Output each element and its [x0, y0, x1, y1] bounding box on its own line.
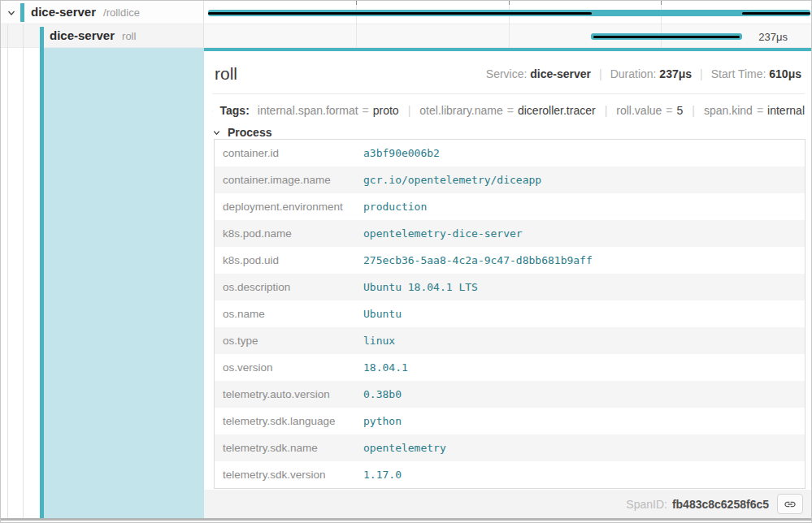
process-key: telemetry.sdk.language — [215, 415, 355, 427]
process-key: os.description — [215, 281, 355, 293]
process-key: telemetry.auto.version — [215, 388, 355, 400]
span-name-cell-rolldice[interactable]: dice-server/rolldice — [1, 1, 204, 24]
service-color-bar — [20, 3, 24, 22]
process-table-row: deployment.environmentproduction — [215, 193, 805, 220]
span-bar-0[interactable] — [208, 10, 810, 16]
process-value: 18.04.1 — [355, 361, 408, 374]
start-time-label: Start Time: — [711, 67, 766, 80]
process-table-row: telemetry.sdk.version1.17.0 — [215, 461, 805, 488]
duration-label: Duration: — [610, 67, 657, 80]
process-table-row: os.nameUbuntu — [215, 300, 805, 327]
process-toggle[interactable]: Process — [212, 124, 271, 140]
tags-label: Tags: — [220, 104, 250, 117]
process-table-row: telemetry.auto.version0.38b0 — [215, 381, 805, 408]
critical-path-overlay — [742, 12, 810, 15]
process-table-row: container.image.namegcr.io/opentelemetry… — [215, 166, 805, 193]
tag-value: diceroller.tracer — [518, 104, 596, 117]
span-detail-panel: roll Service: dice-server|Duration: 237μ… — [204, 48, 812, 518]
chevron-right-icon — [212, 106, 214, 115]
service-name: dice-server — [31, 5, 96, 19]
process-key: k8s.pod.name — [215, 227, 355, 240]
critical-path-overlay — [208, 12, 592, 15]
ruler-tick — [356, 1, 357, 5]
process-table-row: k8s.pod.nameopentelemetry-dice-server — [215, 220, 805, 247]
process-value: 1.17.0 — [355, 469, 402, 481]
service-name: dice-server — [50, 28, 115, 42]
chevron-down-icon — [212, 128, 221, 137]
process-table-row: os.version18.04.1 — [215, 354, 805, 381]
process-value: a3bf90e006b2 — [355, 147, 440, 159]
indent-guide — [23, 24, 24, 518]
tag-key: span.kind — [704, 104, 753, 117]
tag-value: internal — [767, 104, 805, 117]
process-value: production — [355, 201, 427, 213]
process-table-row: container.ida3bf90e006b2 — [215, 140, 805, 166]
link-icon — [784, 498, 797, 511]
divider — [212, 93, 805, 94]
separator: | — [399, 104, 420, 117]
start-time-value: 610μs — [769, 67, 801, 80]
service-label: Service: — [486, 67, 528, 80]
process-value: python — [355, 415, 402, 427]
tags-toggle[interactable]: Tags: internal.span.format=proto|otel.li… — [212, 100, 805, 121]
span-detail-footer: SpanID: fb483c8c6258f6c5 — [204, 490, 812, 518]
separator: | — [591, 67, 610, 80]
process-table-row: os.descriptionUbuntu 18.04.1 LTS — [215, 274, 805, 300]
process-table: container.ida3bf90e006b2container.image.… — [214, 139, 805, 489]
tag-key: otel.library.name — [419, 104, 502, 117]
timeline-gridline — [356, 1, 357, 48]
equals-sign: = — [753, 104, 767, 117]
process-value: 275ecb36-5aa8-4c2a-9c47-d8bb681b9aff — [355, 254, 593, 266]
tags-list: internal.span.format=proto|otel.library.… — [258, 104, 805, 117]
separator: | — [692, 67, 711, 80]
process-key: container.id — [215, 147, 355, 159]
process-value: opentelemetry-dice-server — [355, 227, 523, 240]
timeline-gridline — [661, 1, 662, 48]
service-value: dice-server — [530, 67, 591, 80]
operation-name: /rolldice — [103, 6, 140, 19]
selected-row-highlight — [44, 48, 204, 518]
process-value: linux — [355, 335, 395, 347]
span-name-cell-roll[interactable]: dice-serverroll — [1, 24, 204, 48]
duration-value: 237μs — [659, 67, 692, 80]
span-summary: Service: dice-server|Duration: 237μs|Sta… — [486, 67, 801, 80]
span-title: roll — [215, 64, 237, 84]
ruler-tick — [509, 1, 510, 5]
process-value: 0.38b0 — [355, 388, 402, 400]
process-key: os.type — [215, 335, 355, 347]
span-bar-1[interactable] — [591, 33, 742, 40]
process-key: telemetry.sdk.version — [215, 469, 355, 481]
span-detail-header: roll Service: dice-server|Duration: 237μ… — [215, 61, 801, 87]
tag-key: roll.value — [616, 104, 662, 117]
trace-view: dice-server/rolldice dice-serverroll 237… — [0, 0, 812, 523]
equals-sign: = — [662, 104, 676, 117]
tag-key: internal.span.format — [258, 104, 358, 117]
ruler-tick — [661, 1, 662, 5]
process-key: deployment.environment — [215, 201, 355, 213]
separator: | — [596, 104, 617, 117]
process-key: telemetry.sdk.name — [215, 442, 355, 454]
process-table-row: os.typelinux — [215, 327, 805, 354]
span-id-value: fb483c8c6258f6c5 — [672, 498, 769, 511]
process-table-row: telemetry.sdk.languagepython — [215, 408, 805, 434]
process-label: Process — [228, 126, 271, 139]
operation-name: roll — [122, 30, 136, 42]
equals-sign: = — [503, 104, 518, 117]
process-value: opentelemetry — [355, 442, 446, 454]
bottom-border — [1, 518, 812, 521]
tag-value: proto — [373, 104, 399, 117]
indent-guide — [7, 24, 8, 518]
process-value: Ubuntu 18.04.1 LTS — [355, 281, 478, 293]
process-value: Ubuntu — [355, 308, 402, 320]
chevron-down-icon[interactable] — [7, 8, 16, 18]
span-id-label: SpanID: — [626, 498, 667, 511]
equals-sign: = — [358, 104, 373, 117]
process-value: gcr.io/opentelemetry/diceapp — [355, 174, 541, 186]
critical-path-overlay — [593, 36, 740, 38]
process-key: os.name — [215, 308, 355, 320]
process-key: container.image.name — [215, 174, 355, 186]
timeline-gridline — [509, 1, 510, 48]
separator: | — [683, 104, 704, 117]
copy-link-button[interactable] — [777, 494, 803, 514]
process-key: k8s.pod.uid — [215, 254, 355, 266]
